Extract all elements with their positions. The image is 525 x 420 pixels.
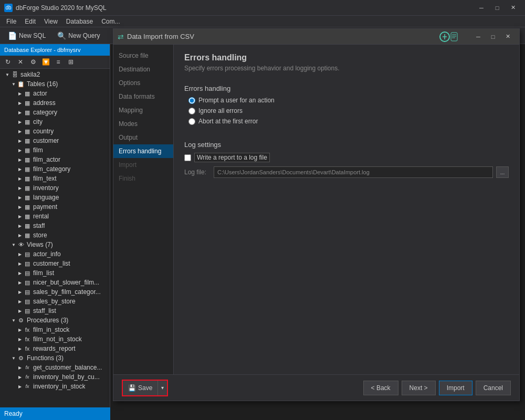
filter-button[interactable]: 🔽 xyxy=(40,57,51,67)
tree-item-sales-film[interactable]: ▶ ▤ sales_by_film_categor... xyxy=(0,287,110,297)
tree-item-language[interactable]: ▶ ▦ language xyxy=(0,193,110,202)
save-button-group: 💾 Save ▾ xyxy=(122,380,168,396)
tree-item-rewards-report[interactable]: ▶ fx rewards_report xyxy=(0,344,110,353)
expand-button[interactable]: ⊞ xyxy=(65,57,77,67)
next-button[interactable]: Next > xyxy=(402,381,436,395)
tree-item-film-text[interactable]: ▶ ▦ film_text xyxy=(0,174,110,183)
menu-file[interactable]: File xyxy=(2,16,20,27)
view-icon: ▤ xyxy=(23,279,32,286)
tree-item-country[interactable]: ▶ ▦ country xyxy=(0,127,110,136)
import-button[interactable]: Import xyxy=(439,381,472,395)
close-button[interactable]: ✕ xyxy=(505,3,521,13)
tables-group[interactable]: ▼ 📋 Tables (16) xyxy=(0,79,110,89)
dialog-body: Source file Destination Options Data for… xyxy=(113,45,519,374)
wizard-step-options[interactable]: Options xyxy=(113,76,173,90)
functions-group[interactable]: ▼ ⚙ Functions (3) xyxy=(0,353,110,363)
save-dropdown-button[interactable]: ▾ xyxy=(158,381,167,395)
tree-item-customer-list[interactable]: ▶ ▤ customer_list xyxy=(0,259,110,268)
dialog-title-bar: ⇄ Data Import from CSV ─ □ ✕ xyxy=(113,29,519,45)
new-query-button[interactable]: 🔍 New Query xyxy=(52,29,104,42)
wizard-step-modes[interactable]: Modes xyxy=(113,117,173,131)
save-button[interactable]: 💾 Save xyxy=(123,381,158,395)
tree-item-actor-info[interactable]: ▶ ▤ actor_info xyxy=(0,249,110,259)
radio-abort[interactable]: Abort at the first error xyxy=(188,118,509,125)
status-bar: Ready xyxy=(0,407,110,420)
tree-item-inventory-held[interactable]: ▶ fx inventory_held_by_cu... xyxy=(0,372,110,382)
tree-item-nicer[interactable]: ▶ ▤ nicer_but_slower_film... xyxy=(0,278,110,287)
table-icon: ▦ xyxy=(23,165,32,173)
tree-item-inventory[interactable]: ▶ ▦ inventory xyxy=(0,183,110,193)
dialog-minimize-button[interactable]: ─ xyxy=(471,31,486,43)
tree-item-film-actor[interactable]: ▶ ▦ film_actor xyxy=(0,155,110,164)
tree-item-film-not-in-stock[interactable]: ▶ fx film_not_in_stock xyxy=(0,334,110,344)
table-icon: ▦ xyxy=(23,213,32,220)
tree-item-get-customer[interactable]: ▶ fx get_customer_balance... xyxy=(0,363,110,372)
dialog-footer: 💾 Save ▾ < Back Next > Import Cancel xyxy=(113,374,519,401)
procedures-group[interactable]: ▼ ⚙ Procedures (3) xyxy=(0,316,110,325)
new-sql-button[interactable]: 📄 New SQL xyxy=(3,29,50,42)
menu-com[interactable]: Com... xyxy=(97,16,124,27)
dialog-restore-button[interactable]: □ xyxy=(486,31,500,43)
table-icon: ▦ xyxy=(23,118,32,125)
tree-item-payment[interactable]: ▶ ▦ payment xyxy=(0,202,110,212)
status-text: Ready xyxy=(4,410,23,417)
radio-abort-input[interactable] xyxy=(188,118,195,125)
dialog-logo xyxy=(432,30,464,43)
wizard-step-output[interactable]: Output xyxy=(113,131,173,144)
errors-handling-title: Errors handling xyxy=(184,85,509,92)
log-file-browse-button[interactable]: ... xyxy=(496,166,509,178)
tree-item-film[interactable]: ▶ ▦ film xyxy=(0,145,110,155)
table-icon: ▦ xyxy=(23,90,32,97)
left-panel: Database Explorer - dbfmysrv ↻ ✕ ⚙ 🔽 ≡ ⊞… xyxy=(0,44,110,419)
disconnect-button[interactable]: ✕ xyxy=(15,57,26,67)
tree-item-actor[interactable]: ▶ ▦ actor xyxy=(0,89,110,98)
tree-item-rental[interactable]: ▶ ▦ rental xyxy=(0,212,110,221)
footer-right: < Back Next > Import Cancel xyxy=(363,381,511,395)
tree-item-customer[interactable]: ▶ ▦ customer xyxy=(0,136,110,145)
log-file-input[interactable] xyxy=(214,166,493,178)
radio-ignore[interactable]: Ignore all errors xyxy=(188,107,509,114)
restore-button[interactable]: □ xyxy=(489,3,505,13)
tree-item-film-list[interactable]: ▶ ▤ film_list xyxy=(0,268,110,278)
content-title: Errors handling xyxy=(184,53,509,62)
radio-prompt[interactable]: Prompt a user for an action xyxy=(188,97,509,104)
wizard-step-destination[interactable]: Destination xyxy=(113,62,173,76)
views-arrow: ▼ xyxy=(10,242,17,248)
tree-item-category[interactable]: ▶ ▦ category xyxy=(0,108,110,117)
tree-item-staff-list[interactable]: ▶ ▤ staff_list xyxy=(0,306,110,316)
proc-icon: fx xyxy=(23,335,32,343)
log-checkbox[interactable] xyxy=(184,154,191,161)
wizard-step-formats[interactable]: Data formats xyxy=(113,90,173,103)
table-icon: ▦ xyxy=(23,232,32,239)
wizard-step-mapping[interactable]: Mapping xyxy=(113,103,173,117)
refresh-button[interactable]: ↻ xyxy=(2,57,14,67)
views-group[interactable]: ▼ 👁 Views (7) xyxy=(0,240,110,249)
menu-database[interactable]: Database xyxy=(62,16,97,27)
more-button[interactable]: ≡ xyxy=(52,57,64,67)
radio-ignore-input[interactable] xyxy=(188,108,195,114)
func-icon: fx xyxy=(23,364,32,371)
tree-item-film-in-stock[interactable]: ▶ fx film_in_stock xyxy=(0,325,110,334)
tree-root[interactable]: ▼ 🗄 sakila2 xyxy=(0,70,110,79)
table-icon: ▦ xyxy=(23,222,32,229)
view-icon: ▤ xyxy=(23,307,32,314)
tree-item-store[interactable]: ▶ ▦ store xyxy=(0,230,110,240)
wizard-step-source[interactable]: Source file xyxy=(113,49,173,62)
minimize-button[interactable]: ─ xyxy=(474,3,489,13)
tree-item-city[interactable]: ▶ ▦ city xyxy=(0,117,110,127)
settings-button[interactable]: ⚙ xyxy=(27,57,39,67)
wizard-step-errors[interactable]: Errors handling xyxy=(113,144,173,158)
menu-edit[interactable]: Edit xyxy=(20,16,40,27)
dialog-close-button[interactable]: ✕ xyxy=(500,31,515,43)
menu-view[interactable]: View xyxy=(40,16,62,27)
tree-item-sales-store[interactable]: ▶ ▤ sales_by_store xyxy=(0,297,110,306)
tree-item-staff[interactable]: ▶ ▦ staff xyxy=(0,221,110,230)
tree-item-address[interactable]: ▶ ▦ address xyxy=(0,98,110,108)
tree-item-film-category[interactable]: ▶ ▦ film_category xyxy=(0,164,110,174)
table-icon: ▦ xyxy=(23,194,32,201)
app-title: dbForge Studio 2020 for MySQL xyxy=(16,4,470,12)
tree-item-inventory-in-stock[interactable]: ▶ fx inventory_in_stock xyxy=(0,382,110,391)
cancel-button[interactable]: Cancel xyxy=(476,381,511,395)
back-button[interactable]: < Back xyxy=(363,381,398,395)
radio-prompt-input[interactable] xyxy=(188,97,195,104)
